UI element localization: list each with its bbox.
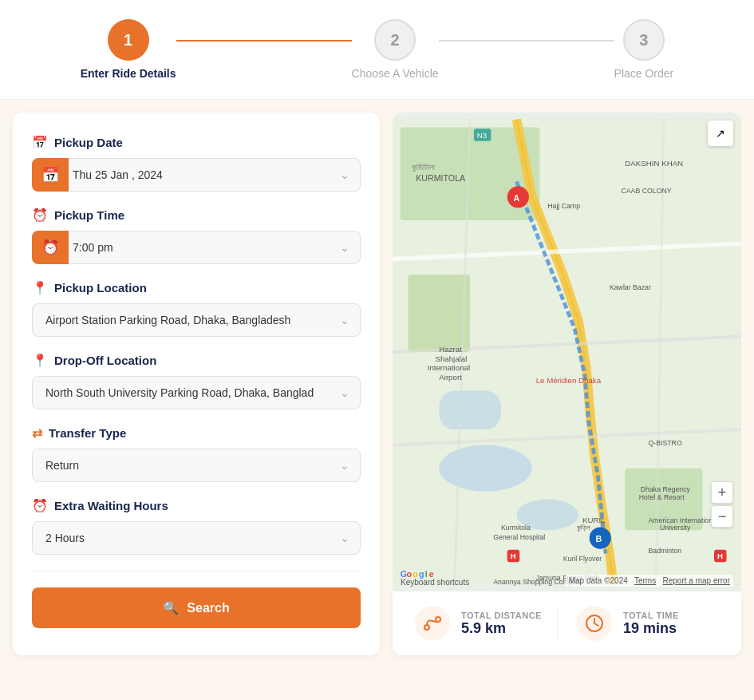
pickup-date-wrapper: 📅 Thu 25 Jan , 2024 ⌄: [32, 158, 361, 192]
left-panel: 📅 Pickup Date 📅 Thu 25 Jan , 2024 ⌄ ⏰ Pi…: [13, 113, 380, 655]
map-expand-button[interactable]: ↗: [708, 121, 733, 146]
clock-select-icon: ⏰: [32, 231, 69, 264]
pickup-location-label: 📍 Pickup Location: [32, 280, 361, 295]
svg-text:KURIL: KURIL: [582, 516, 606, 524]
svg-text:কুড়িল: কুড়িল: [577, 524, 590, 532]
step-2: 2 Choose A Vehicle: [352, 19, 439, 80]
svg-text:International: International: [428, 363, 470, 372]
svg-text:Kawlar Bazar: Kawlar Bazar: [610, 283, 651, 291]
svg-text:o: o: [406, 569, 412, 579]
pickup-time-label: ⏰ Pickup Time: [32, 208, 361, 223]
calendar-select-icon: 📅: [32, 158, 69, 192]
distance-icon: [415, 606, 450, 641]
svg-rect-5: [408, 275, 470, 352]
pickup-time-select[interactable]: 7:00 pm: [32, 231, 361, 264]
pickup-location-wrapper: Airport Station Parking Road, Dhaka, Ban…: [32, 303, 361, 337]
svg-text:o: o: [413, 569, 418, 579]
calendar-icon: 📅: [32, 135, 48, 150]
svg-text:Airport: Airport: [439, 373, 462, 382]
pickup-date-label: 📅 Pickup Date: [32, 135, 361, 150]
extra-waiting-label: ⏰ Extra Waiting Hours: [32, 498, 361, 513]
transfer-type-select[interactable]: Return One Way: [32, 449, 361, 482]
map-keyboard-shortcuts: Keyboard shortcuts: [401, 578, 469, 587]
map-svg: KURMITOLA কুর্মিটোলা DAKSHIN KHAN CAAB C…: [393, 113, 741, 591]
pickup-date-select[interactable]: Thu 25 Jan , 2024: [32, 158, 361, 192]
time-item: TOTAL TIME 19 mins: [557, 606, 719, 641]
step-2-label: Choose A Vehicle: [352, 67, 439, 80]
svg-text:American International: American International: [648, 516, 717, 524]
dropoff-location-group: 📍 Drop-Off Location North South Universi…: [32, 353, 361, 409]
svg-text:University: University: [660, 524, 691, 532]
svg-text:Q-BISTRO: Q-BISTRO: [648, 439, 681, 447]
svg-text:CAAB COLONY: CAAB COLONY: [621, 187, 671, 195]
svg-text:A: A: [513, 193, 519, 203]
dropoff-location-select[interactable]: North South University Parking Road, Dha…: [32, 376, 361, 409]
svg-text:KURMITOLA: KURMITOLA: [416, 173, 466, 183]
waiting-clock-icon: ⏰: [32, 498, 48, 513]
svg-text:l: l: [425, 569, 428, 579]
form-divider: [32, 571, 361, 571]
search-icon: 🔍: [163, 600, 179, 615]
svg-text:Kuril Flyover: Kuril Flyover: [563, 555, 602, 563]
pickup-date-group: 📅 Pickup Date 📅 Thu 25 Jan , 2024 ⌄: [32, 135, 361, 192]
step-1-circle: 1: [108, 19, 149, 61]
zoom-in-button[interactable]: +: [711, 481, 733, 504]
svg-text:H: H: [717, 552, 723, 560]
svg-text:Hazrat: Hazrat: [439, 345, 462, 354]
svg-text:Hajj Camp: Hajj Camp: [547, 202, 580, 210]
svg-text:g: g: [419, 569, 424, 579]
time-icon: [577, 606, 612, 641]
extra-waiting-select[interactable]: 2 Hours 1 Hour 3 Hours: [32, 521, 361, 555]
distance-item: TOTAL DISTANCE 5.9 km: [415, 606, 557, 641]
svg-rect-3: [439, 391, 501, 430]
transfer-type-group: ⇄ Transfer Type Return One Way ⌄: [32, 425, 361, 482]
distance-text: TOTAL DISTANCE 5.9 km: [461, 611, 542, 637]
clock-icon: ⏰: [32, 208, 48, 223]
step-3: 3 Place Order: [614, 19, 674, 80]
svg-text:DAKSHIN KHAN: DAKSHIN KHAN: [625, 159, 683, 168]
pickup-time-group: ⏰ Pickup Time ⏰ 7:00 pm ⌄: [32, 208, 361, 264]
svg-text:কুর্মিটোলা: কুর্মিটোলা: [412, 163, 435, 172]
svg-point-53: [436, 617, 440, 622]
zoom-out-button[interactable]: −: [711, 505, 733, 528]
dropoff-location-label: 📍 Drop-Off Location: [32, 353, 361, 368]
transfer-icon: ⇄: [32, 425, 42, 441]
info-bar: TOTAL DISTANCE 5.9 km TOTAL TIME 19 mins: [393, 591, 741, 655]
step-2-circle: 2: [374, 19, 416, 61]
pin-icon: 📍: [32, 280, 48, 295]
time-text: TOTAL TIME 19 mins: [623, 611, 679, 637]
svg-text:General Hospital: General Hospital: [493, 533, 545, 541]
right-panel: KURMITOLA কুর্মিটোলা DAKSHIN KHAN CAAB C…: [393, 113, 741, 655]
svg-text:Kurmitola: Kurmitola: [501, 524, 531, 532]
extra-waiting-group: ⏰ Extra Waiting Hours 2 Hours 1 Hour 3 H…: [32, 498, 361, 555]
svg-text:Shahjalal: Shahjalal: [435, 354, 467, 363]
step-1-label: Enter Ride Details: [81, 67, 176, 80]
svg-text:e: e: [429, 569, 434, 579]
svg-point-1: [439, 445, 532, 492]
pickup-time-wrapper: ⏰ 7:00 pm ⌄: [32, 231, 361, 264]
svg-text:Le Méridien Dhaka: Le Méridien Dhaka: [536, 376, 602, 385]
svg-text:Hotel & Resort: Hotel & Resort: [639, 493, 685, 501]
transfer-type-label: ⇄ Transfer Type: [32, 425, 361, 441]
svg-text:N3: N3: [477, 131, 487, 140]
pickup-location-group: 📍 Pickup Location Airport Station Parkin…: [32, 280, 361, 337]
dropoff-pin-icon: 📍: [32, 353, 48, 368]
search-button[interactable]: 🔍 Search: [32, 587, 361, 628]
svg-text:Dhaka Regency: Dhaka Regency: [641, 485, 691, 493]
svg-text:B: B: [595, 534, 602, 544]
progress-bar: 1 Enter Ride Details 2 Choose A Vehicle …: [0, 0, 754, 100]
map-container: KURMITOLA কুর্মিটোলা DAKSHIN KHAN CAAB C…: [393, 113, 741, 591]
svg-line-56: [594, 623, 598, 626]
step-3-circle: 3: [623, 19, 665, 61]
pickup-location-select[interactable]: Airport Station Parking Road, Dhaka, Ban…: [32, 303, 361, 337]
svg-point-52: [424, 625, 429, 630]
svg-text:H: H: [511, 552, 516, 560]
step-line-1: [176, 40, 352, 42]
step-line-2: [439, 40, 614, 42]
step-3-label: Place Order: [614, 67, 674, 80]
step-1: 1 Enter Ride Details: [81, 19, 176, 80]
main-content: 📅 Pickup Date 📅 Thu 25 Jan , 2024 ⌄ ⏰ Pi…: [0, 100, 754, 668]
extra-waiting-wrapper: 2 Hours 1 Hour 3 Hours ⌄: [32, 521, 361, 555]
transfer-type-wrapper: Return One Way ⌄: [32, 449, 361, 482]
dropoff-location-wrapper: North South University Parking Road, Dha…: [32, 376, 361, 409]
